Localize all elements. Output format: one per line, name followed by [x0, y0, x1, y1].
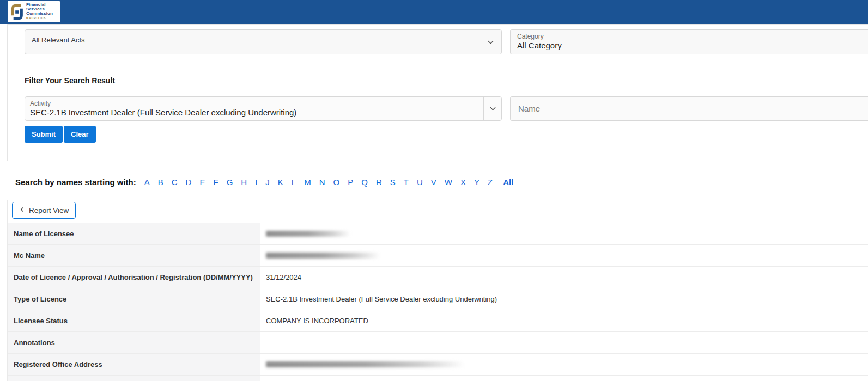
row-label: Name of Licensee: [8, 223, 260, 244]
alphabet-search-label: Search by names starting with:: [15, 177, 136, 187]
row-label: Type of Licence: [8, 288, 260, 310]
alpha-letter-O[interactable]: O: [333, 177, 340, 187]
relevant-acts-dropdown-label: All Relevant Acts: [32, 36, 85, 44]
alpha-letter-N[interactable]: N: [319, 177, 325, 187]
report-card: Report View Name of LicenseeMc NameDate …: [7, 200, 868, 381]
alpha-letter-H[interactable]: H: [241, 177, 247, 187]
alpha-letter-U[interactable]: U: [417, 177, 423, 187]
table-row: Registered Office Address: [8, 354, 868, 376]
table-row: Date of Licence / Approval / Authorisati…: [8, 267, 868, 288]
redacted-value: [266, 361, 465, 367]
logo-subtitle: MAURITIUS: [26, 16, 53, 21]
alpha-letter-Y[interactable]: Y: [474, 177, 479, 187]
clear-button[interactable]: Clear: [64, 126, 96, 143]
alpha-letter-Z[interactable]: Z: [488, 177, 493, 187]
row-label: Registered Office Address: [8, 354, 260, 375]
filter-panel: All Relevant Acts Category All Category …: [7, 24, 868, 161]
logo-line-3: Commission: [26, 11, 53, 16]
alpha-letter-L[interactable]: L: [292, 177, 296, 187]
alpha-letter-D[interactable]: D: [186, 177, 192, 187]
row-label: [8, 376, 260, 381]
submit-button[interactable]: Submit: [25, 126, 63, 143]
category-label: Category: [517, 33, 868, 40]
chevron-left-icon: [19, 206, 26, 214]
alpha-letter-B[interactable]: B: [158, 177, 163, 187]
chevron-down-icon: [487, 38, 495, 46]
row-label: Licensee Status: [8, 310, 260, 331]
top-header: Financial Services Commission MAURITIUS: [0, 0, 868, 24]
name-input[interactable]: [510, 96, 868, 121]
report-view-button-label: Report View: [29, 206, 69, 214]
alpha-letter-Q[interactable]: Q: [361, 177, 368, 187]
alphabet-search-row: Search by names starting with: ABCDEFGHI…: [15, 177, 513, 187]
alpha-letter-S[interactable]: S: [390, 177, 396, 187]
row-value: [260, 223, 868, 244]
alpha-letter-P[interactable]: P: [348, 177, 353, 187]
row-value: SEC-2.1B Investment Dealer (Full Service…: [260, 288, 868, 310]
table-row: Annotations: [8, 332, 868, 354]
table-row: Mc Name: [8, 245, 868, 267]
table-row: Name of Licensee: [8, 223, 868, 245]
redacted-value: [266, 253, 380, 259]
alpha-letter-W[interactable]: W: [445, 177, 452, 187]
alpha-letter-V[interactable]: V: [431, 177, 436, 187]
fsc-logo[interactable]: Financial Services Commission MAURITIUS: [8, 1, 60, 22]
row-value: COMPANY IS INCORPORATED: [260, 310, 868, 331]
alpha-letter-R[interactable]: R: [376, 177, 382, 187]
report-table: Name of LicenseeMc NameDate of Licence /…: [8, 223, 868, 381]
alpha-letter-M[interactable]: M: [304, 177, 311, 187]
alpha-letter-G[interactable]: G: [227, 177, 233, 187]
row-value: [260, 354, 868, 375]
activity-dropdown-toggle[interactable]: [483, 97, 501, 120]
alpha-letter-E[interactable]: E: [199, 177, 205, 187]
relevant-acts-dropdown[interactable]: All Relevant Acts: [25, 29, 502, 54]
fsc-logo-mark: [9, 3, 25, 21]
activity-dropdown-main: Activity SEC-2.1B Investment Dealer (Ful…: [25, 97, 483, 120]
row-value: 31/12/2024: [260, 267, 868, 288]
row-label: Date of Licence / Approval / Authorisati…: [8, 267, 260, 288]
filter-section-title: Filter Your Search Result: [25, 76, 115, 85]
fsc-logo-text: Financial Services Commission MAURITIUS: [26, 3, 53, 21]
row-label: Annotations: [8, 332, 260, 353]
alpha-letter-K[interactable]: K: [278, 177, 283, 187]
activity-dropdown[interactable]: Activity SEC-2.1B Investment Dealer (Ful…: [25, 96, 502, 121]
table-row: Licensee StatusCOMPANY IS INCORPORATED: [8, 310, 868, 332]
row-value: [260, 245, 868, 266]
alpha-letter-T[interactable]: T: [404, 177, 409, 187]
category-field: Category All Category: [510, 29, 868, 54]
activity-value: SEC-2.1B Investment Dealer (Full Service…: [30, 108, 478, 117]
alpha-letter-J[interactable]: J: [265, 177, 270, 187]
activity-label: Activity: [30, 100, 478, 107]
chevron-down-icon: [489, 105, 497, 113]
category-value: All Category: [517, 41, 868, 50]
alpha-letter-X[interactable]: X: [460, 177, 466, 187]
report-view-button[interactable]: Report View: [12, 202, 76, 219]
alpha-letter-all[interactable]: All: [503, 177, 513, 187]
table-row: [8, 376, 868, 381]
alpha-letter-C[interactable]: C: [172, 177, 178, 187]
alpha-letter-A[interactable]: A: [144, 177, 150, 187]
table-row: Type of LicenceSEC-2.1B Investment Deale…: [8, 288, 868, 310]
row-value: [260, 376, 868, 381]
redacted-value: [266, 231, 350, 237]
alpha-letter-F[interactable]: F: [213, 177, 218, 187]
row-value: [260, 332, 868, 353]
alpha-letter-I[interactable]: I: [255, 177, 257, 187]
row-label: Mc Name: [8, 245, 260, 266]
